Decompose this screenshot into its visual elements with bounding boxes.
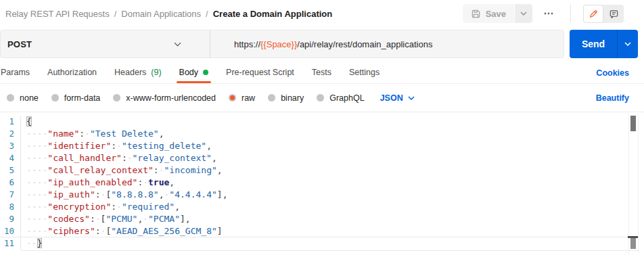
more-actions-button[interactable] [539,4,558,23]
line-number: 7 [0,189,21,201]
radio-icon [317,94,324,101]
token-brace: } [37,238,43,248]
radio-label: binary [281,93,304,103]
token-ws: · [116,202,122,212]
method-select[interactable]: POST [1,30,210,57]
radio-icon [7,94,14,101]
ellipsis-icon [543,8,554,19]
beautify-link[interactable]: Beautify [596,93,629,103]
tab-pre-request-script[interactable]: Pre-request Script [225,64,295,83]
token-punc: , [212,153,217,163]
save-button[interactable]: Save [463,4,514,23]
token-punc: , [175,202,180,212]
line-number: 10 [0,225,21,237]
line-number: 8 [0,201,21,213]
save-label: Save [486,9,506,19]
comments-button[interactable] [603,5,624,23]
tab-settings[interactable]: Settings [348,64,380,83]
token-punc: ], [180,214,191,224]
body-type-options: noneform-datax-www-form-urlencodedrawbin… [7,93,365,103]
tab-params[interactable]: Params [0,64,30,83]
code-line-10: 10····"ciphers":·["AEAD_AES_256_GCM_8"] [0,225,644,237]
editor-scrollbar-thumb[interactable] [630,116,636,131]
token-str: "8.8.8.8" [111,189,158,200]
tab-label: Pre-request Script [226,68,294,77]
token-atom: true [148,177,169,187]
code-text: ····"name":·"Test Delete", [21,128,164,140]
pencil-icon [589,9,599,19]
chevron-down-icon [174,42,181,47]
token-str: "testing_delete" [122,141,206,151]
body-type-x-www-form-urlencoded[interactable]: x-www-form-urlencoded [113,93,216,103]
token-punc: : [154,165,159,175]
token-punc: ] [217,226,223,236]
radio-label: none [20,93,39,103]
token-ws: ···· [26,214,47,224]
body-type-graphql[interactable]: GraphQL [317,93,364,103]
token-str: "AEAD_AES_256_GCM_8" [111,226,217,236]
radio-label: GraphQL [329,93,364,103]
body-type-binary[interactable]: binary [268,93,304,103]
edit-mode-button[interactable] [583,5,603,23]
code-line-9: 9····"codecs":·["PCMU",·"PCMA"], [0,213,644,225]
tab-authorization[interactable]: Authorization [47,64,97,83]
body-type-none[interactable]: none [7,93,39,103]
editor-divider-bottom [21,250,639,251]
body-type-raw[interactable]: raw [229,93,255,103]
radio-icon [51,94,59,101]
editor-scrollbar-thumb-bottom[interactable] [630,238,636,249]
breadcrumb-item[interactable]: Relay REST API Requests [5,9,110,19]
language-label: JSON [380,93,403,103]
tab-body[interactable]: Body [179,64,210,83]
token-punc: ], [217,189,228,200]
radio-icon [229,94,236,101]
editor-divider-top [0,237,639,237]
tab-label: Body [179,68,199,77]
line-number: 9 [0,213,21,225]
chevron-down-icon [520,11,527,16]
code-line-1: 1{ [0,116,644,128]
token-ws: ···· [26,141,47,151]
radio-label: x-www-form-urlencoded [126,93,216,103]
code-lines: 1{2····"name":·"Test Delete",3····"ident… [0,112,644,250]
code-line-11: 11··} [0,237,644,250]
body-type-form-data[interactable]: form-data [51,93,101,103]
tab-label: Headers [114,68,146,77]
token-punc: , [217,165,223,175]
save-split-button: Save [463,4,532,23]
token-ws: ·· [26,238,37,248]
token-ws: · [143,177,148,187]
token-ws: · [116,141,122,151]
language-select[interactable]: JSON [380,93,415,103]
save-icon [471,9,481,19]
body-options-bar: noneform-datax-www-form-urlencodedrawbin… [0,84,644,112]
body-editor[interactable]: 1{2····"name":·"Test Delete",3····"ident… [0,112,644,278]
token-ws: ···· [26,189,47,200]
breadcrumb-item[interactable]: Domain Applications [121,9,201,19]
token-key: "codecs" [47,214,90,224]
token-key: "ip_auth" [47,189,95,200]
token-punc: : [95,189,101,200]
postman-request-window: Relay REST API Requests/Domain Applicati… [0,0,644,278]
line-number: 1 [0,116,21,128]
cookies-link[interactable]: Cookies [596,68,629,83]
tab-label: Params [1,68,30,77]
token-punc: : [79,129,85,139]
token-ws: ···· [26,226,47,236]
send-button[interactable]: Send [570,30,617,58]
token-punc: : [90,214,95,224]
token-str: "Test Delete" [90,129,159,139]
tab-count: (9) [151,68,161,77]
tab-tests[interactable]: Tests [311,64,332,83]
save-options-button[interactable] [515,4,532,23]
code-text: ····"encryption":·"required", [21,201,180,213]
radio-icon [113,94,120,101]
token-ws: ···· [26,129,47,139]
code-text: ····"ciphers":·["AEAD_AES_256_GCM_8"] [21,225,223,237]
url-input[interactable]: https://{{Space}}/api/relay/rest/domain_… [210,39,432,49]
token-ws: · [85,129,90,139]
token-str: "incoming" [164,165,217,175]
send-split-button: Send [570,30,638,58]
tab-headers[interactable]: Headers(9) [114,64,162,83]
send-options-button[interactable] [617,30,638,58]
